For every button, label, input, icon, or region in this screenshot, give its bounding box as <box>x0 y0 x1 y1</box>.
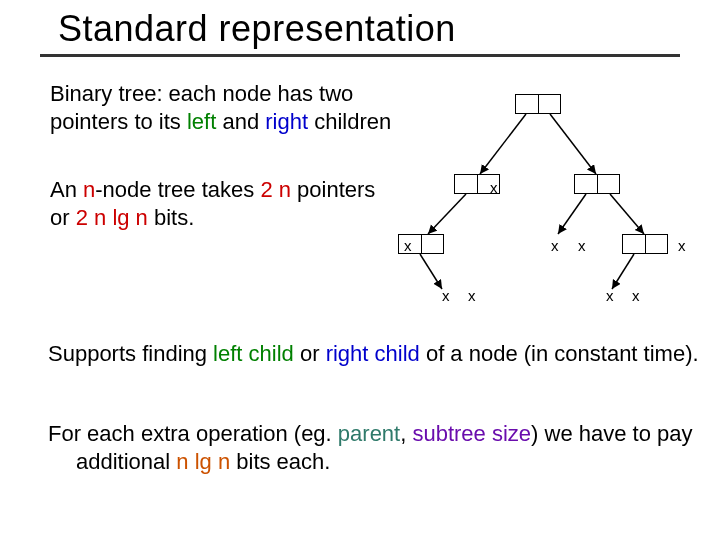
kw-parent: parent <box>338 421 400 446</box>
tree-edges <box>398 94 708 314</box>
text: Supports finding <box>48 341 213 366</box>
svg-line-1 <box>550 114 596 174</box>
text: bits. <box>148 205 194 230</box>
kw-right: right <box>265 109 308 134</box>
svg-line-2 <box>428 194 466 234</box>
paragraph-4: For each extra operation (eg. parent, su… <box>48 420 716 475</box>
title-block: Standard representation <box>0 0 720 52</box>
leaf-x: x <box>442 288 450 303</box>
svg-line-0 <box>480 114 526 174</box>
svg-line-4 <box>610 194 644 234</box>
tree-node-r <box>574 174 620 194</box>
tree-node-rr <box>622 234 668 254</box>
text: , <box>400 421 412 446</box>
kw-left-child: left child <box>213 341 294 366</box>
text: of a node (in constant time). <box>420 341 699 366</box>
leaf-x: x <box>578 238 586 253</box>
paragraph-2: An n-node tree takes 2 n pointers or 2 n… <box>50 176 380 231</box>
title-underline <box>40 54 680 57</box>
kw-2n: 2 n <box>260 177 291 202</box>
text: or <box>294 341 326 366</box>
text: For each extra operation (eg. <box>48 421 338 446</box>
text: An <box>50 177 83 202</box>
paragraph-3: Supports finding left child or right chi… <box>48 340 716 368</box>
svg-line-6 <box>612 254 634 289</box>
leaf-x: x <box>468 288 476 303</box>
leaf-x: x <box>678 238 686 253</box>
svg-line-5 <box>420 254 442 289</box>
leaf-x: x <box>551 238 559 253</box>
kw-right-child: right child <box>326 341 420 366</box>
leaf-x: x <box>404 238 412 253</box>
text: bits each. <box>230 449 330 474</box>
page-title: Standard representation <box>58 8 720 50</box>
text: children <box>308 109 391 134</box>
kw-left: left <box>187 109 216 134</box>
leaf-x: x <box>490 180 498 195</box>
kw-subtree-size: subtree size <box>412 421 531 446</box>
svg-line-3 <box>558 194 586 234</box>
kw-n: n <box>83 177 95 202</box>
paragraph-1: Binary tree: each node has two pointers … <box>50 80 430 135</box>
leaf-x: x <box>632 288 640 303</box>
text: -node tree takes <box>95 177 260 202</box>
kw-nlgn: n lg n <box>176 449 230 474</box>
tree-node-root <box>515 94 561 114</box>
leaf-x: x <box>606 288 614 303</box>
text: and <box>216 109 265 134</box>
kw-2nlgn: 2 n lg n <box>76 205 148 230</box>
tree-diagram: x x x x x x x x x <box>398 94 708 314</box>
